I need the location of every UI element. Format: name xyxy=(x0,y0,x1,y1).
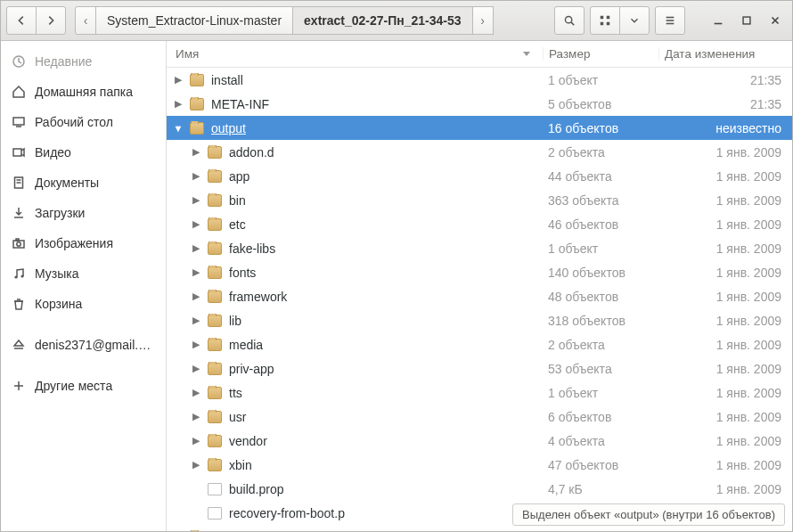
grid-icon xyxy=(599,14,611,27)
chevron-right-icon[interactable]: ▶ xyxy=(190,170,202,182)
close-button[interactable] xyxy=(764,6,787,35)
file-row[interactable]: ▶fonts140 объектов1 янв. 2009 xyxy=(167,260,792,284)
menu-button[interactable] xyxy=(655,6,685,35)
file-row[interactable]: ▶fake-libs1 объект1 янв. 2009 xyxy=(167,236,792,260)
nav-buttons xyxy=(6,6,66,35)
chevron-down-icon[interactable]: ▼ xyxy=(172,123,184,134)
maximize-icon xyxy=(740,14,753,27)
home-icon xyxy=(12,85,26,99)
chevron-right-icon[interactable]: ▶ xyxy=(190,218,202,230)
chevron-right-icon[interactable]: ▶ xyxy=(190,339,202,350)
folder-icon xyxy=(208,459,222,471)
file-name: xbin xyxy=(229,458,252,472)
file-row[interactable]: ▶install1 объект21:35 xyxy=(167,68,792,92)
file-size: 4,7 кБ xyxy=(543,482,658,496)
file-name: tts xyxy=(229,386,242,400)
sidebar-item-0[interactable]: Недавние xyxy=(1,46,166,77)
file-size: 2 объекта xyxy=(543,338,658,352)
chevron-right-icon[interactable]: ▶ xyxy=(190,363,202,374)
file-name: fonts xyxy=(229,266,256,280)
chevron-right-icon[interactable]: ▶ xyxy=(190,459,202,471)
svg-rect-16 xyxy=(13,149,21,156)
path-seg-0-label: System_Extractor-Linux-master xyxy=(107,13,282,28)
chevron-right-icon[interactable]: ▶ xyxy=(190,411,202,422)
file-size: 48 объектов xyxy=(543,290,658,304)
files-panel: Имя Размер Дата изменения ▶install1 объе… xyxy=(167,41,792,531)
sidebar-account[interactable]: denis2371@gmail.… xyxy=(1,330,166,360)
file-row[interactable]: ▶app44 объекта1 янв. 2009 xyxy=(167,164,792,188)
file-date: 1 янв. 2009 xyxy=(658,193,792,208)
folder-icon xyxy=(208,291,222,303)
sidebar-item-3[interactable]: Видео xyxy=(1,137,166,168)
column-size-label: Размер xyxy=(549,47,590,61)
view-grid-button[interactable] xyxy=(590,6,620,35)
sidebar-item-7[interactable]: Музыка xyxy=(1,258,166,289)
sidebar-other-places[interactable]: Другие места xyxy=(1,371,166,401)
sidebar-item-label: Корзина xyxy=(35,297,82,311)
chevron-right-icon[interactable]: ▶ xyxy=(172,98,184,110)
file-row[interactable]: ▶xbin47 объектов1 янв. 2009 xyxy=(167,453,792,477)
file-size: 2 объекта xyxy=(543,145,658,160)
folder-icon xyxy=(208,435,222,447)
chevron-right-icon[interactable]: ▶ xyxy=(190,266,202,278)
file-date: 1 янв. 2009 xyxy=(658,458,792,472)
chevron-right-icon[interactable]: ▶ xyxy=(190,291,202,302)
sidebar-item-label: Недавние xyxy=(35,54,92,69)
toolbar-right xyxy=(554,6,685,35)
sidebar-item-2[interactable]: Рабочий стол xyxy=(1,107,166,137)
column-date[interactable]: Дата изменения xyxy=(658,47,792,61)
chevron-right-icon[interactable]: ▶ xyxy=(190,146,202,158)
path-seg-0[interactable]: System_Extractor-Linux-master xyxy=(95,6,293,35)
chevron-right-icon[interactable]: ▶ xyxy=(190,315,202,326)
file-row[interactable]: ▶media2 объекта1 янв. 2009 xyxy=(167,332,792,356)
search-button[interactable] xyxy=(554,6,585,35)
column-date-label: Дата изменения xyxy=(665,47,755,61)
chevron-right-icon[interactable]: ▶ xyxy=(190,194,202,206)
file-row[interactable]: ▶addon.d2 объекта1 янв. 2009 xyxy=(167,140,792,164)
file-row[interactable]: ▶usr6 объектов1 янв. 2009 xyxy=(167,405,792,429)
file-row[interactable]: ▶bin363 объекта1 янв. 2009 xyxy=(167,188,792,212)
chevron-right-icon[interactable]: ▶ xyxy=(190,435,202,446)
column-name[interactable]: Имя xyxy=(167,47,543,61)
chevron-right-icon[interactable]: ▶ xyxy=(190,387,202,398)
file-date: 1 янв. 2009 xyxy=(658,169,792,184)
file-row[interactable]: ▶system xyxy=(167,525,792,531)
maximize-button[interactable] xyxy=(735,6,758,35)
sidebar-item-5[interactable]: Загрузки xyxy=(1,198,166,228)
file-row[interactable]: ▶tts1 объект1 янв. 2009 xyxy=(167,381,792,405)
column-size[interactable]: Размер xyxy=(543,47,658,61)
column-name-label: Имя xyxy=(176,47,199,61)
view-menu-button[interactable] xyxy=(619,6,650,35)
sidebar-item-8[interactable]: Корзина xyxy=(1,289,166,319)
forward-button[interactable] xyxy=(36,6,66,35)
file-name: recovery-from-boot.p xyxy=(229,506,345,520)
file-name: usr xyxy=(229,410,246,424)
file-date: 1 янв. 2009 xyxy=(658,410,792,424)
file-date: 1 янв. 2009 xyxy=(658,145,792,160)
file-name: vendor xyxy=(229,434,267,448)
file-row[interactable]: ▶etc46 объектов1 янв. 2009 xyxy=(167,212,792,236)
chevron-right-icon[interactable]: ▶ xyxy=(172,74,184,86)
file-row[interactable]: ▶framework48 объектов1 янв. 2009 xyxy=(167,284,792,308)
path-chev-left[interactable]: ‹ xyxy=(75,6,96,35)
chevron-right-icon[interactable]: ▶ xyxy=(190,242,202,254)
header-bar: ‹ System_Extractor-Linux-master extract_… xyxy=(1,1,792,41)
minimize-button[interactable] xyxy=(707,6,730,35)
sidebar-item-1[interactable]: Домашняя папка xyxy=(1,77,166,107)
file-row[interactable]: ▶lib318 объектов1 янв. 2009 xyxy=(167,308,792,332)
file-row[interactable]: build.prop4,7 кБ1 янв. 2009 xyxy=(167,477,792,501)
file-row[interactable]: ▶vendor4 объекта1 янв. 2009 xyxy=(167,429,792,453)
sidebar-item-6[interactable]: Изображения xyxy=(1,228,166,258)
file-row[interactable]: ▶priv-app53 объекта1 янв. 2009 xyxy=(167,356,792,381)
sidebar-item-4[interactable]: Документы xyxy=(1,168,166,198)
file-row[interactable]: ▶META-INF5 объектов21:35 xyxy=(167,92,792,116)
file-date: 1 янв. 2009 xyxy=(658,314,792,328)
file-row[interactable]: ▼output16 объектовнеизвестно xyxy=(167,116,792,140)
file-date: неизвестно xyxy=(658,121,792,135)
path-chev-right[interactable]: › xyxy=(472,6,494,35)
file-listing[interactable]: ▶install1 объект21:35▶META-INF5 объектов… xyxy=(167,68,792,531)
chevron-down-icon xyxy=(628,14,641,27)
docs-icon xyxy=(12,176,26,190)
back-button[interactable] xyxy=(6,6,37,35)
path-seg-1[interactable]: extract_02-27-Пн_21-34-53 xyxy=(292,6,473,35)
